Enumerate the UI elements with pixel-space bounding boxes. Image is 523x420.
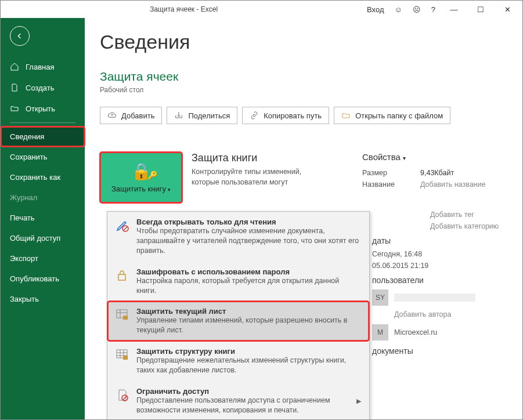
nav-label: Общий доступ (10, 234, 60, 242)
document-location: Рабочий стол (100, 86, 507, 94)
protect-section-desc: Контролируйте типы изменений, которые по… (192, 166, 302, 187)
prop-size: Размер9,43Кбайт (362, 169, 507, 177)
home-icon (10, 62, 19, 71)
document-prohibit-icon (116, 388, 129, 402)
nav-label: Главная (26, 63, 54, 71)
prop-tag[interactable]: Добавить тег (430, 211, 511, 219)
nav-label: Сохранить (10, 153, 48, 161)
nav-history: Журнал (1, 187, 85, 208)
nav-label: Сохранить как (10, 173, 60, 182)
minimize-button[interactable]: — (446, 5, 462, 14)
folder-open-icon (10, 104, 19, 113)
related-docs-header: документы (372, 346, 511, 356)
page-heading: Сведения (100, 31, 507, 53)
nav-close[interactable]: Закрыть (1, 289, 85, 309)
nav-label: Опубликовать (10, 274, 59, 283)
nav-label: Экспорт (10, 254, 38, 263)
chevron-right-icon: ▶ (356, 397, 361, 405)
arrow-left-icon (15, 31, 24, 41)
nav-label: Открыть (26, 104, 55, 113)
sheet-lock-icon (116, 308, 129, 322)
lock-key-icon (116, 269, 129, 283)
nav-label: Сведения (10, 132, 44, 141)
nav-open[interactable]: Открыть (1, 98, 85, 119)
avatar: SY (372, 289, 388, 306)
chevron-down-icon: ▾ (168, 187, 171, 193)
svg-rect-3 (123, 316, 128, 320)
cloud-upload-icon (107, 111, 117, 120)
nav-save[interactable]: Сохранить (1, 147, 85, 167)
nav-label: Создать (26, 84, 54, 92)
menu-restrict-access[interactable]: Ограничить доступПредоставление пользова… (107, 381, 369, 420)
help-icon[interactable]: ? (431, 5, 435, 14)
add-author-link[interactable]: Добавить автора (394, 310, 511, 318)
link-icon (250, 111, 259, 120)
share-button[interactable]: Поделиться (167, 107, 237, 124)
avatar: M (372, 324, 388, 341)
nav-share[interactable]: Общий доступ (1, 228, 85, 248)
menu-open-readonly[interactable]: Всегда открывать только для чтенияЧтобы … (107, 212, 369, 262)
copy-path-button[interactable]: Копировать путь (242, 107, 329, 124)
users-header: пользователи (372, 276, 511, 285)
face-sad-icon[interactable]: ☹ (413, 5, 421, 14)
signin-link[interactable]: Вход (367, 5, 384, 14)
face-smile-icon[interactable]: ☺ (394, 5, 402, 14)
svg-rect-5 (123, 356, 128, 360)
nav-home[interactable]: Главная (1, 56, 85, 77)
folder-icon (341, 111, 351, 120)
menu-protect-structure[interactable]: Защитить структуру книгиПредотвращение н… (107, 341, 369, 381)
nav-saveas[interactable]: Сохранить как (1, 167, 85, 187)
nav-info[interactable]: Сведения (1, 126, 85, 147)
upload-button[interactable]: Добавить (100, 107, 162, 124)
document-title: Защита ячеек (100, 70, 507, 84)
menu-encrypt-password[interactable]: Зашифровать с использованием пароляНастр… (107, 262, 369, 302)
nav-label: Печать (10, 213, 35, 222)
svg-rect-1 (118, 274, 125, 280)
lock-icon: 🔒🔑 (131, 162, 152, 181)
dates-header: даты (372, 236, 511, 245)
protect-workbook-button[interactable]: 🔒🔑 Защитить книгу▾ (100, 152, 182, 203)
nav-label: Журнал (10, 193, 37, 202)
author-row[interactable]: SY (372, 289, 511, 306)
date-created: 05.06.2015 21:19 (372, 262, 511, 270)
nav-label: Закрыть (10, 295, 39, 303)
prop-category[interactable]: Добавить категорию (430, 222, 511, 230)
nav-print[interactable]: Печать (1, 208, 85, 228)
nav-publish[interactable]: Опубликовать (1, 269, 85, 289)
protect-workbook-menu: Всегда открывать только для чтенияЧтобы … (107, 211, 370, 420)
properties-header[interactable]: Свойства ▾ (362, 152, 507, 162)
maximize-button[interactable]: ☐ (472, 5, 489, 14)
back-button[interactable] (10, 26, 30, 46)
date-modified: Сегодня, 16:48 (372, 250, 511, 258)
pencil-prohibit-icon (116, 219, 129, 233)
open-folder-button[interactable]: Открыть папку с файлом (334, 107, 450, 124)
workbook-lock-icon (116, 348, 129, 362)
nav-new[interactable]: Создать (1, 77, 85, 98)
document-icon (10, 83, 19, 92)
last-modified-by-row[interactable]: MMicroexcel.ru (372, 324, 511, 341)
close-button[interactable]: ✕ (499, 5, 515, 14)
window-title: Защита ячеек - Excel (1, 5, 367, 13)
share-icon (174, 111, 183, 120)
prop-title[interactable]: НазваниеДобавить название (362, 180, 507, 189)
nav-export[interactable]: Экспорт (1, 248, 85, 269)
protect-section-title: Защита книги (192, 152, 353, 164)
backstage-sidebar: Главная Создать Открыть Сведения Сохрани… (1, 18, 85, 419)
menu-protect-sheet[interactable]: Защитить текущий листУправление типами и… (107, 301, 369, 341)
